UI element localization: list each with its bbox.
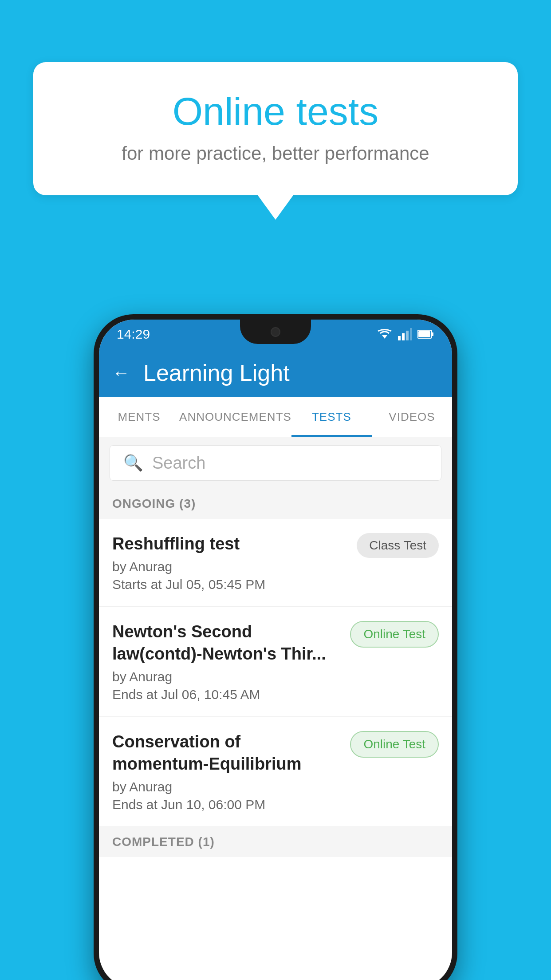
status-bar: 14:29: [99, 320, 452, 348]
svg-rect-6: [432, 332, 433, 336]
search-placeholder: Search: [152, 454, 205, 473]
test-item[interactable]: Reshuffling test by Anurag Starts at Jul…: [99, 519, 452, 607]
test-time: Ends at Jun 10, 06:00 PM: [112, 797, 341, 812]
phone-frame: 14:29: [94, 314, 457, 980]
test-item-left: Conservation of momentum-Equilibrium by …: [112, 731, 350, 812]
svg-rect-2: [402, 333, 405, 340]
back-button[interactable]: ←: [112, 363, 130, 383]
notch: [240, 320, 311, 344]
svg-marker-0: [382, 335, 387, 339]
tab-announcements[interactable]: ANNOUNCEMENTS: [179, 397, 291, 437]
wifi-icon: [377, 328, 393, 340]
test-item[interactable]: Newton's Second law(contd)-Newton's Thir…: [99, 607, 452, 717]
bubble-tail: [258, 195, 293, 220]
svg-rect-3: [406, 331, 409, 340]
bubble-title: Online tests: [69, 89, 482, 134]
test-item-left: Reshuffling test by Anurag Starts at Jul…: [112, 533, 357, 592]
tab-videos[interactable]: VIDEOS: [372, 397, 452, 437]
signal-icon: [398, 328, 412, 340]
test-item[interactable]: Conservation of momentum-Equilibrium by …: [99, 717, 452, 827]
search-bar[interactable]: 🔍 Search: [110, 445, 441, 481]
ongoing-section-label: ONGOING (3): [99, 489, 452, 519]
search-container: 🔍 Search: [99, 437, 452, 489]
test-badge-class: Class Test: [357, 533, 439, 558]
test-author: by Anurag: [112, 559, 348, 574]
camera: [271, 327, 280, 337]
test-badge-online: Online Test: [350, 621, 439, 648]
battery-icon: [417, 329, 434, 339]
bubble-subtitle: for more practice, better performance: [69, 143, 482, 164]
test-title: Reshuffling test: [112, 533, 348, 555]
tabs-bar: MENTS ANNOUNCEMENTS TESTS VIDEOS: [99, 397, 452, 437]
app-bar-title: Learning Light: [143, 360, 290, 386]
status-icons: [377, 328, 434, 340]
status-time: 14:29: [117, 327, 150, 342]
svg-rect-4: [410, 328, 412, 340]
test-time: Ends at Jul 06, 10:45 AM: [112, 687, 341, 702]
svg-rect-7: [418, 331, 430, 337]
test-author: by Anurag: [112, 669, 341, 684]
speech-bubble-container: Online tests for more practice, better p…: [33, 62, 518, 220]
svg-rect-1: [398, 336, 401, 340]
speech-bubble: Online tests for more practice, better p…: [33, 62, 518, 195]
test-badge-online: Online Test: [350, 731, 439, 758]
app-bar: ← Learning Light: [99, 348, 452, 397]
tab-tests[interactable]: TESTS: [291, 397, 372, 437]
search-icon: 🔍: [123, 454, 143, 472]
test-author: by Anurag: [112, 779, 341, 794]
completed-section-label: COMPLETED (1): [99, 827, 452, 857]
phone-inner: 14:29: [99, 320, 452, 980]
test-time: Starts at Jul 05, 05:45 PM: [112, 577, 348, 592]
test-title: Conservation of momentum-Equilibrium: [112, 731, 341, 775]
test-title: Newton's Second law(contd)-Newton's Thir…: [112, 621, 341, 665]
tab-ments[interactable]: MENTS: [99, 397, 179, 437]
test-list: Reshuffling test by Anurag Starts at Jul…: [99, 519, 452, 827]
test-item-left: Newton's Second law(contd)-Newton's Thir…: [112, 621, 350, 702]
